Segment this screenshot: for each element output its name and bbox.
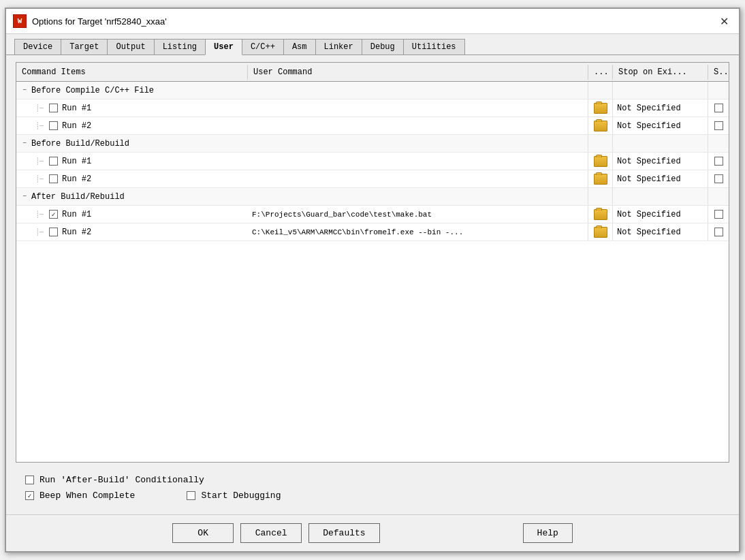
checkbox-before-compile-run1[interactable]	[49, 104, 58, 112]
tab-asm[interactable]: Asm	[283, 39, 316, 55]
tab-linker[interactable]: Linker	[315, 39, 362, 55]
checkbox-after-build-run2[interactable]	[49, 228, 58, 236]
before-build-run2-text: Run #2	[62, 174, 91, 184]
group-after-build-ellipsis	[588, 188, 613, 205]
start-debugging-label: Start Debugging	[201, 491, 281, 501]
tab-user[interactable]: User	[205, 39, 242, 55]
group-before-compile-ellipsis	[588, 82, 613, 99]
close-button[interactable]: ✕	[716, 13, 732, 29]
group-before-compile-stop	[613, 82, 708, 99]
before-build-run1-folder[interactable]	[588, 153, 613, 170]
tab-device[interactable]: Device	[14, 39, 61, 55]
group-before-build-ellipsis	[588, 135, 613, 152]
before-compile-run1-not-specified: Not Specified	[613, 99, 708, 116]
before-build-run2-folder[interactable]	[588, 170, 613, 187]
group-before-build-cmd	[248, 135, 588, 152]
tree-line: ┊─	[35, 104, 44, 112]
before-build-run1-s	[708, 153, 729, 170]
before-build-run2-command[interactable]	[248, 170, 588, 187]
table-row: ┊─ Run #1 F:\Projects\Guard_bar\code\tes…	[16, 206, 729, 223]
before-compile-run1-command[interactable]	[248, 99, 588, 116]
folder-icon[interactable]	[594, 209, 607, 220]
item-before-compile-run1-label: ┊─ Run #1	[16, 102, 248, 114]
group-before-compile-label: − Before Compile C/C++ File	[16, 84, 248, 97]
checkbox-after-build-run1[interactable]	[49, 210, 58, 219]
tab-cpp[interactable]: C/C++	[242, 39, 284, 55]
folder-icon[interactable]	[594, 121, 607, 131]
after-build-run2-text: Run #2	[62, 228, 91, 237]
checkbox-before-compile-run2[interactable]	[49, 121, 58, 130]
help-button[interactable]: Help	[523, 523, 573, 543]
group-before-build: − Before Build/Rebuild	[16, 135, 729, 153]
group-after-build-stop	[613, 188, 708, 205]
table-row: ┊─ Run #2 Not Specified	[16, 170, 729, 188]
header-s: S...	[708, 65, 729, 80]
s-checkbox-2[interactable]	[714, 121, 723, 130]
tab-target[interactable]: Target	[61, 39, 108, 55]
tree-line: ┊─	[35, 175, 44, 183]
checkbox-beep-complete[interactable]	[25, 491, 34, 500]
defaults-button[interactable]: Defaults	[308, 523, 379, 543]
tree-line: ┊─	[35, 228, 44, 236]
s-checkbox-6[interactable]	[714, 228, 723, 236]
tree-line: ┊─	[35, 211, 44, 219]
before-compile-run1-folder[interactable]	[588, 99, 613, 116]
folder-icon[interactable]	[594, 103, 607, 114]
item-before-build-run1-label: ┊─ Run #1	[16, 155, 248, 168]
item-after-build-run2-label: ┊─ Run #2	[16, 226, 248, 238]
title-bar-left: W Options for Target 'nrf52840_xxaa'	[13, 14, 167, 28]
run-after-build-label: Run 'After-Build' Conditionally	[39, 475, 204, 485]
after-build-run2-not-specified: Not Specified	[613, 223, 708, 240]
folder-icon[interactable]	[594, 227, 607, 238]
tab-debug[interactable]: Debug	[362, 39, 404, 55]
before-compile-run1-s	[708, 99, 729, 116]
s-checkbox-1[interactable]	[714, 104, 723, 112]
before-build-run1-command[interactable]	[248, 153, 588, 170]
folder-icon[interactable]	[594, 156, 607, 167]
table-body: − Before Compile C/C++ File ┊─ Run #1	[16, 82, 729, 462]
cancel-button[interactable]: Cancel	[240, 523, 302, 543]
bottom-options: Run 'After-Build' Conditionally Beep Whe…	[16, 468, 729, 508]
main-window: W Options for Target 'nrf52840_xxaa' ✕ D…	[5, 7, 740, 553]
tree-line: ┊─	[35, 122, 44, 130]
collapse-icon-2[interactable]: −	[20, 140, 29, 148]
checkbox-before-build-run2[interactable]	[49, 174, 58, 183]
header-command-items: Command Items	[16, 65, 248, 80]
before-build-run1-text: Run #1	[62, 157, 91, 166]
ok-button[interactable]: OK	[172, 523, 234, 543]
tab-bar: Device Target Output Listing User C/C++ …	[6, 34, 739, 55]
table-row: ┊─ Run #2 C:\Keil_v5\ARM\ARMCC\bin\frome…	[16, 223, 729, 241]
after-build-run1-text: Run #1	[62, 210, 91, 219]
item-before-compile-run2-label: ┊─ Run #2	[16, 120, 248, 132]
checkbox-before-build-run1[interactable]	[49, 157, 58, 166]
after-build-run2-folder[interactable]	[588, 223, 613, 240]
app-icon: W	[13, 14, 27, 28]
before-compile-run2-not-specified: Not Specified	[613, 117, 708, 134]
group-after-build-text: After Build/Rebuild	[31, 192, 125, 202]
before-compile-run2-command[interactable]	[248, 117, 588, 134]
tree-line: ┊─	[35, 157, 44, 166]
after-build-run2-command[interactable]: C:\Keil_v5\ARM\ARMCC\bin\fromelf.exe --b…	[248, 223, 588, 240]
tab-output[interactable]: Output	[107, 39, 154, 55]
tab-listing[interactable]: Listing	[154, 39, 206, 55]
checkbox-run-after-build[interactable]	[25, 476, 34, 484]
s-checkbox-3[interactable]	[714, 157, 723, 166]
group-after-build-cmd	[248, 188, 588, 205]
after-build-run1-s	[708, 206, 729, 223]
s-checkbox-5[interactable]	[714, 210, 723, 219]
group-after-build-label: − After Build/Rebuild	[16, 191, 248, 203]
s-checkbox-4[interactable]	[714, 174, 723, 183]
content-area: Command Items User Command ... Stop on E…	[6, 55, 739, 514]
collapse-icon-3[interactable]: −	[20, 193, 29, 201]
before-compile-run2-folder[interactable]	[588, 117, 613, 134]
folder-icon[interactable]	[594, 174, 607, 185]
tab-utilities[interactable]: Utilities	[403, 39, 465, 55]
group-before-build-text: Before Build/Rebuild	[31, 139, 129, 149]
header-user-command: User Command	[248, 65, 588, 80]
collapse-icon-1[interactable]: −	[20, 87, 29, 95]
button-row: OK Cancel Defaults Help	[6, 514, 739, 551]
after-build-run1-command[interactable]: F:\Projects\Guard_bar\code\test\make.bat	[248, 206, 588, 223]
checkbox-start-debugging[interactable]	[187, 491, 195, 500]
after-build-run1-folder[interactable]	[588, 206, 613, 223]
before-compile-run2-text: Run #2	[62, 121, 91, 131]
